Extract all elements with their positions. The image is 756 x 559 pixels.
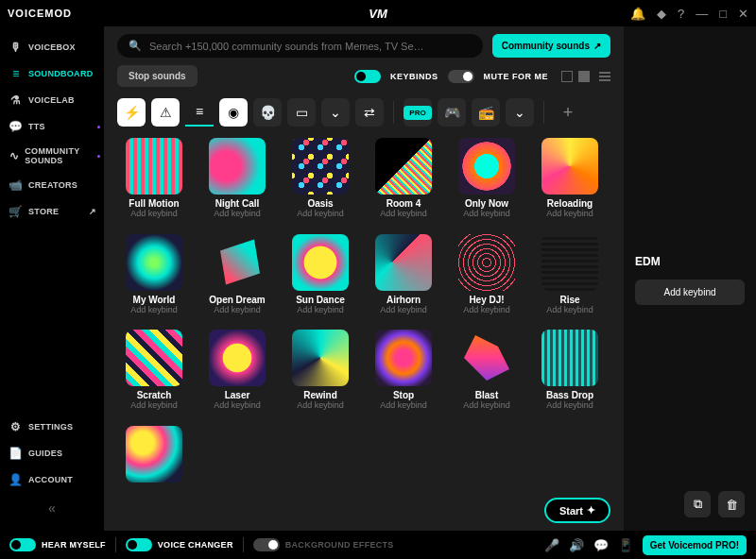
view-grid-small-icon[interactable] [578, 71, 590, 82]
category-more-2-button[interactable]: ⌄ [506, 98, 534, 127]
sidebar-item-guides[interactable]: 📄GUIDES [0, 440, 104, 466]
sound-sub[interactable]: Add keybind [297, 400, 344, 410]
bell-icon[interactable]: 🔔 [630, 7, 645, 21]
sound-thumbnail [375, 234, 432, 291]
category-edm-icon[interactable]: ≡ [185, 98, 214, 127]
copy-icon[interactable]: ⧉ [684, 491, 711, 517]
sound-sub[interactable]: Add keybind [463, 209, 510, 218]
stop-sounds-button[interactable]: Stop sounds [117, 65, 198, 87]
category-vm-icon[interactable]: ⚡ [117, 98, 146, 127]
sound-item[interactable]: Full Motion Add keybind [117, 138, 191, 223]
category-disc-icon[interactable]: ◉ [219, 98, 248, 127]
category-shuffle-icon[interactable]: ⇄ [355, 98, 384, 127]
divider [393, 101, 394, 124]
sound-sub[interactable]: Add keybind [214, 400, 261, 410]
sound-item[interactable]: Blast Add keybind [450, 330, 524, 415]
sound-item[interactable]: Scratch Add keybind [117, 330, 191, 415]
help-icon[interactable]: ? [678, 7, 684, 21]
voice-changer-toggle[interactable] [126, 538, 152, 551]
sound-sub[interactable]: Add keybind [463, 400, 510, 410]
trash-icon[interactable]: 🗑 [718, 491, 745, 517]
sidebar-item-settings[interactable]: ⚙SETTINGS [0, 414, 104, 440]
sound-sub[interactable]: Add keybind [130, 305, 178, 314]
phone-icon[interactable]: 📱 [618, 538, 633, 552]
search-input[interactable] [149, 41, 472, 52]
sound-item[interactable]: Only Now Add keybind [450, 138, 524, 223]
sound-name: Sun Dance [296, 295, 345, 305]
sound-item[interactable]: Night Call Add keybind [200, 138, 274, 223]
category-cassette-icon[interactable]: ▭ [287, 98, 316, 127]
sound-name: Scratch [137, 390, 172, 400]
sound-thumbnail [458, 234, 515, 291]
sound-item[interactable]: Sun Dance Add keybind [284, 234, 357, 319]
start-button[interactable]: Start✦ [544, 498, 610, 523]
collapse-sidebar-button[interactable]: « [0, 493, 104, 523]
sidebar-item-voicelab[interactable]: ⚗VOICELAB [0, 87, 104, 113]
maximize-icon[interactable]: □ [719, 7, 727, 21]
sound-sub[interactable]: Add keybind [463, 305, 510, 314]
sidebar-item-voicebox[interactable]: 🎙VOICEBOX [0, 34, 104, 60]
category-warning-icon[interactable]: ⚠ [151, 98, 180, 127]
sidebar-item-community[interactable]: ∿COMMUNITY SOUNDS [0, 140, 104, 172]
category-radio-icon[interactable]: 📻 [472, 98, 500, 127]
sound-sub[interactable]: Add keybind [297, 209, 344, 218]
sound-sub[interactable]: Add keybind [297, 305, 344, 314]
pro-category-button[interactable]: PRO [404, 98, 432, 127]
sound-item[interactable]: Bass Drop Add keybind [533, 330, 607, 415]
soundboard-icon: ≡ [9, 67, 23, 80]
sound-item[interactable]: Room 4 Add keybind [367, 138, 440, 223]
sound-sub[interactable]: Add keybind [546, 209, 593, 218]
mute-toggle[interactable] [448, 70, 474, 83]
bg-effects-toggle[interactable] [253, 538, 280, 551]
keybinds-toggle[interactable] [354, 70, 381, 83]
category-skull-icon[interactable]: 💀 [253, 98, 282, 127]
category-games-icon[interactable]: 🎮 [438, 98, 466, 127]
minimize-icon[interactable]: — [696, 7, 708, 21]
user-icon: 👤 [9, 473, 23, 486]
view-list-icon[interactable] [599, 72, 610, 81]
sound-name: Hey DJ! [469, 295, 504, 305]
sound-item[interactable] [117, 426, 191, 491]
category-more-button[interactable]: ⌄ [321, 98, 350, 127]
sidebar-item-creators[interactable]: 📹CREATORS [0, 172, 104, 198]
add-keybind-button[interactable]: Add keybind [635, 280, 745, 305]
sound-sub[interactable]: Add keybind [380, 209, 427, 218]
sidebar-item-store[interactable]: 🛒STORE↗ [0, 198, 104, 225]
sound-item[interactable]: Rewind Add keybind [284, 330, 357, 415]
sound-name: Stop [393, 390, 414, 400]
close-icon[interactable]: ✕ [738, 7, 748, 21]
get-pro-button[interactable]: Get Voicemod PRO! [643, 535, 747, 555]
volume-icon[interactable]: 🔊 [569, 538, 584, 552]
sidebar-item-account[interactable]: 👤ACCOUNT [0, 466, 104, 493]
sound-sub[interactable]: Add keybind [380, 400, 427, 410]
sidebar-item-soundboard[interactable]: ≡SOUNDBOARD [0, 60, 104, 87]
sound-sub[interactable]: Add keybind [546, 400, 593, 410]
sound-sub[interactable]: Add keybind [130, 400, 178, 410]
sidebar-item-tts[interactable]: 💬TTS [0, 113, 104, 140]
sound-item[interactable]: Reloading Add keybind [533, 138, 607, 223]
sound-sub[interactable]: Add keybind [214, 209, 261, 218]
sound-sub[interactable]: Add keybind [380, 305, 427, 314]
sound-sub[interactable]: Add keybind [546, 305, 593, 314]
sound-item[interactable]: Stop Add keybind [367, 330, 440, 415]
mic-icon[interactable]: 🎤 [544, 538, 559, 552]
sound-item[interactable]: Open Dream Add keybind [200, 234, 274, 319]
sound-item[interactable]: Laser Add keybind [200, 330, 274, 415]
sound-item[interactable]: Rise Add keybind [533, 234, 607, 319]
category-bar: ⚡ ⚠ ≡ ◉ 💀 ▭ ⌄ ⇄ PRO 🎮 📻 ⌄ + [117, 98, 610, 127]
sound-sub[interactable]: Add keybind [214, 305, 261, 314]
sound-sub[interactable]: Add keybind [130, 209, 178, 218]
search-icon: 🔍 [129, 40, 142, 52]
search-bar[interactable]: 🔍 [117, 34, 483, 58]
add-category-button[interactable]: + [554, 98, 582, 127]
chat-icon[interactable]: 💬 [593, 538, 609, 552]
sound-name: Rewind [303, 390, 337, 400]
sound-item[interactable]: My World Add keybind [117, 234, 191, 319]
sound-item[interactable]: Oasis Add keybind [284, 138, 357, 223]
discord-icon[interactable]: ◆ [657, 7, 666, 21]
sound-item[interactable]: Hey DJ! Add keybind [450, 234, 524, 319]
view-grid-large-icon[interactable] [561, 71, 573, 82]
sound-item[interactable]: Airhorn Add keybind [367, 234, 440, 319]
hear-myself-toggle[interactable] [9, 538, 36, 551]
community-sounds-button[interactable]: Community sounds↗ [492, 34, 610, 58]
